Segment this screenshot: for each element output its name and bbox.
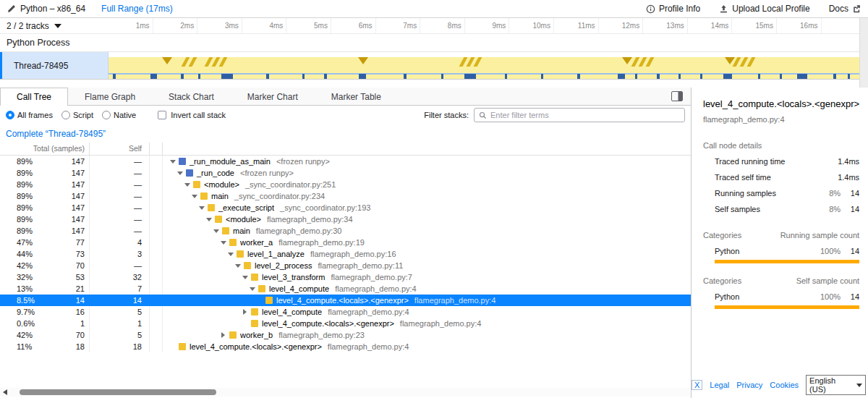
collapse-icon[interactable] <box>234 264 242 268</box>
self-cell: 1 <box>90 318 150 329</box>
category-color-icon <box>179 158 186 165</box>
tab-call-tree[interactable]: Call Tree <box>0 88 68 106</box>
radio-native[interactable]: Native <box>102 111 136 119</box>
function-name: level_4_compute.<locals>.<genexpr> <box>190 342 322 351</box>
sidebar-toggle-icon[interactable] <box>671 91 683 101</box>
collapse-icon[interactable] <box>248 287 256 291</box>
collapse-icon[interactable] <box>241 276 249 279</box>
sample-block <box>221 74 233 79</box>
tree-row[interactable]: 32%5332level_3_transformflamegraph_demo.… <box>0 271 691 283</box>
collapse-icon[interactable] <box>205 218 213 221</box>
edit-pencil-icon <box>7 4 16 13</box>
marker-triangle-icon[interactable] <box>162 57 172 64</box>
full-range-link[interactable]: Full Range (17ms) <box>101 4 173 14</box>
tree-row[interactable]: 89%147—_run_code<frozen runpy> <box>0 167 691 179</box>
x-link[interactable]: X <box>692 380 702 390</box>
process-track-header[interactable]: Python Process <box>0 34 868 52</box>
tree-row[interactable]: 89%147—_run_module_as_main<frozen runpy> <box>0 156 691 167</box>
tree-row[interactable]: 89%147—_execute_script_sync_coordinator.… <box>0 202 691 213</box>
function-name: worker_a <box>240 238 273 247</box>
column-header-total[interactable]: Total (samples) <box>0 143 90 155</box>
collapse-icon[interactable] <box>190 195 198 198</box>
collapse-icon[interactable] <box>226 253 234 256</box>
scrollbar-track[interactable] <box>11 389 687 396</box>
tree-row[interactable]: 89%147—main_sync_coordinator.py:234 <box>0 190 691 202</box>
spacer-cell <box>150 167 163 179</box>
total-cell: 0.6%1 <box>0 318 90 329</box>
tab-stack-chart[interactable]: Stack Chart <box>152 88 231 105</box>
sample-block <box>441 74 443 79</box>
privacy-link[interactable]: Privacy <box>736 381 762 389</box>
docs-button[interactable]: Docs <box>829 4 861 14</box>
upload-profile-button[interactable]: Upload Local Profile <box>719 4 809 14</box>
self-cell: — <box>90 156 150 167</box>
collapse-icon[interactable] <box>212 229 220 233</box>
sample-block <box>505 74 507 79</box>
ruler-label: 11ms <box>554 18 599 33</box>
category-color-icon <box>222 227 229 234</box>
call-tree-toolbar: All frames Script Native Invert call sta… <box>0 106 691 124</box>
radio-icon <box>6 111 14 119</box>
function-name: <module> <box>204 180 239 189</box>
total-cell: 89%147 <box>0 156 90 167</box>
tab-flame-graph[interactable]: Flame Graph <box>68 88 152 105</box>
legal-link[interactable]: Legal <box>710 381 729 389</box>
tree-row[interactable]: 13%217level_4_computeflamegraph_demo.py:… <box>0 283 691 295</box>
column-header-self[interactable]: Self <box>90 143 150 155</box>
tree-row[interactable]: 89%147—mainflamegraph_demo.py:30 <box>0 225 691 237</box>
scrollbar-thumb[interactable] <box>20 389 216 395</box>
sidebar: level_4_compute.<locals>.<genexpr> flame… <box>692 88 868 398</box>
sample-block <box>181 74 184 79</box>
tree-row[interactable]: 42%705worker_bflamegraph_demo.py:23 <box>0 329 691 341</box>
invert-call-stack-checkbox[interactable]: Invert call stack <box>158 111 226 119</box>
collapse-icon[interactable] <box>197 206 205 210</box>
tab-marker-chart[interactable]: Marker Chart <box>231 88 315 105</box>
sample-block <box>150 74 157 79</box>
cookies-link[interactable]: Cookies <box>770 381 799 389</box>
filter-stacks-input[interactable] <box>490 111 680 119</box>
collapse-icon[interactable] <box>219 241 227 245</box>
tree-row[interactable]: 9.7%165level_4_computeflamegraph_demo.py… <box>0 306 691 318</box>
tree-row[interactable]: 42%70—level_2_processflamegraph_demo.py:… <box>0 260 691 271</box>
tree-row[interactable]: 89%147—<module>flamegraph_demo.py:34 <box>0 213 691 225</box>
scroll-left-icon[interactable] <box>3 389 7 395</box>
thread-track-label[interactable]: Thread-78495 <box>0 52 109 79</box>
categories-header-self: Categories Self sample count <box>703 276 859 285</box>
spacer-cell <box>150 318 163 329</box>
collapse-icon[interactable] <box>176 172 184 175</box>
marker-triangle-icon[interactable] <box>622 57 632 64</box>
tracks-dropdown-button[interactable]: 2 / 2 tracks <box>0 18 109 33</box>
process-label: Python Process <box>7 38 70 48</box>
tree-row[interactable]: 89%147—<module>_sync_coordinator.py:251 <box>0 179 691 190</box>
expand-icon[interactable] <box>241 309 249 315</box>
sample-block <box>797 74 807 79</box>
thread-activity-graph[interactable] <box>109 52 859 79</box>
function-name: <module> <box>226 215 261 224</box>
spacer-cell <box>150 225 163 237</box>
spacer-cell <box>150 213 163 225</box>
footer: X Legal Privacy Cookies English (US) <box>692 375 866 395</box>
breadcrumb[interactable]: Complete “Thread-78495” <box>6 129 106 139</box>
function-name: worker_b <box>240 331 273 339</box>
detail-row: Self samples 8% 14 <box>703 205 859 213</box>
category-color-icon <box>193 181 200 188</box>
tree-row[interactable]: 0.6%11level_4_compute.<locals>.<genexpr>… <box>0 318 691 329</box>
ruler-label: 14ms <box>688 18 733 33</box>
tree-row[interactable]: 44%733level_1_analyzeflamegraph_demo.py:… <box>0 248 691 260</box>
collapse-icon[interactable] <box>169 160 176 164</box>
tab-marker-table[interactable]: Marker Table <box>315 88 398 105</box>
tree-row[interactable]: 47%774worker_aflamegraph_demo.py:19 <box>0 237 691 248</box>
marker-triangle-icon[interactable] <box>358 57 368 64</box>
total-cell: 9.7%16 <box>0 306 90 318</box>
tree-row[interactable]: 11%1818level_4_compute.<locals>.<genexpr… <box>0 341 691 352</box>
collapse-icon[interactable] <box>183 183 191 187</box>
radio-script[interactable]: Script <box>61 111 93 119</box>
tree-row[interactable]: 8.5%1414level_4_compute.<locals>.<genexp… <box>0 295 691 306</box>
radio-all-frames[interactable]: All frames <box>6 111 53 119</box>
profile-info-button[interactable]: Profile Info <box>646 4 700 14</box>
self-cell: — <box>90 179 150 190</box>
profile-name-button[interactable]: Python – x86_64 <box>7 4 85 14</box>
language-select[interactable]: English (US) <box>806 375 866 395</box>
sample-block <box>541 74 543 79</box>
expand-icon[interactable] <box>219 332 227 338</box>
